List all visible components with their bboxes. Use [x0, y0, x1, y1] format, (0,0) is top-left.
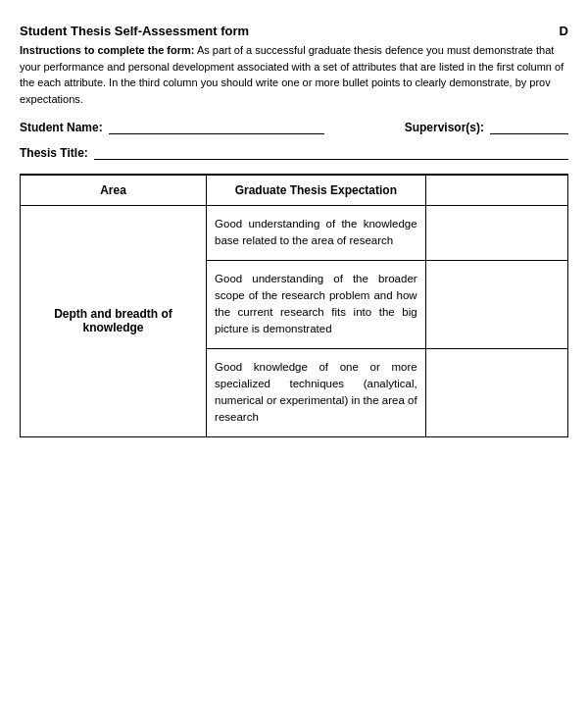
supervisor-group: Supervisor(s): — [405, 119, 568, 134]
student-name-input[interactable] — [109, 119, 324, 134]
table-row: Depth and breadth of knowledge Good unde… — [21, 206, 568, 261]
fields-row: Student Name: Supervisor(s): — [20, 119, 568, 134]
col-header-evidence — [425, 176, 567, 206]
evidence-cell-3[interactable] — [425, 348, 567, 436]
supervisor-label: Supervisor(s): — [405, 121, 484, 134]
thesis-title-row: Thesis Title: — [20, 144, 568, 160]
instructions: Instructions to complete the form: As pa… — [20, 42, 568, 107]
student-name-group: Student Name: — [20, 119, 324, 134]
page: Student Thesis Self-Assessment form D In… — [0, 0, 588, 716]
form-title: Student Thesis Self-Assessment form — [20, 24, 249, 38]
assessment-table: Area Graduate Thesis Expectation Depth a… — [20, 175, 568, 437]
thesis-title-label: Thesis Title: — [20, 146, 88, 160]
instructions-label: Instructions to complete the form: — [20, 44, 194, 56]
expectation-cell-1: Good understanding of the knowledge base… — [207, 206, 426, 261]
student-name-label: Student Name: — [20, 121, 103, 134]
col-header-area: Area — [21, 176, 207, 206]
table-header-row: Area Graduate Thesis Expectation — [21, 176, 568, 206]
area-cell-knowledge: Depth and breadth of knowledge — [21, 206, 207, 437]
expectation-cell-3: Good knowledge of one or more specialize… — [207, 348, 426, 436]
thesis-title-input[interactable] — [94, 144, 568, 160]
expectation-cell-2: Good understanding of the broader scope … — [207, 260, 426, 348]
col-header-expectation: Graduate Thesis Expectation — [207, 176, 426, 206]
supervisor-input[interactable] — [490, 119, 568, 134]
evidence-cell-2[interactable] — [425, 260, 567, 348]
evidence-cell-1[interactable] — [425, 206, 567, 261]
form-letter: D — [560, 24, 568, 38]
header-row: Student Thesis Self-Assessment form D — [20, 24, 568, 38]
